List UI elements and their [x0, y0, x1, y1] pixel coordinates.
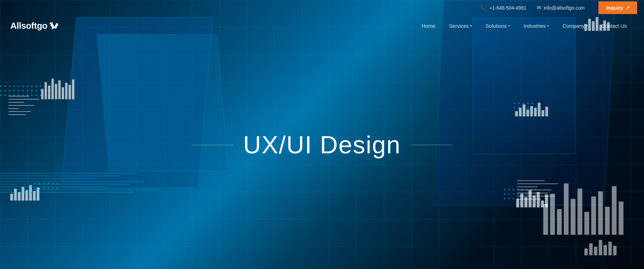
data-bar: [571, 199, 575, 235]
hlines-left: [9, 96, 39, 116]
data-bar: [538, 103, 540, 116]
h-line: [9, 108, 19, 109]
hlines-bottom: [0, 173, 158, 194]
h-line: [517, 193, 548, 193]
nav-chevron-icon: ▾: [508, 24, 510, 28]
h-line: [517, 180, 545, 181]
h-line: [9, 99, 39, 100]
data-bar: [62, 87, 64, 99]
nav-item-industries[interactable]: Industries▾: [517, 23, 556, 29]
dot: [0, 86, 1, 87]
data-bars-left2: [41, 79, 74, 99]
dot: [4, 90, 6, 91]
data-bar: [534, 108, 537, 116]
top-bar: 📞 +1-646-504-4981 ✉ info@allsoftgo.com I…: [0, 0, 644, 15]
h-line: [0, 181, 144, 182]
dot: [513, 193, 514, 195]
dot: [0, 94, 1, 96]
dot: [36, 90, 37, 91]
h-line: [9, 96, 29, 97]
data-bar: [523, 104, 525, 116]
dot: [504, 198, 505, 199]
h-line: [9, 111, 31, 112]
title-line-left: [192, 145, 233, 145]
hero-section: 📞 +1-646-504-4981 ✉ info@allsoftgo.com I…: [0, 0, 644, 269]
email-link[interactable]: ✉ info@allsoftgo.com: [537, 4, 585, 11]
data-bar: [591, 196, 596, 235]
data-bar: [619, 202, 623, 235]
h-line: [517, 187, 538, 187]
data-bar: [578, 189, 582, 235]
nav-item-services[interactable]: Services▾: [442, 23, 479, 29]
nav-bar: Allsoftgo 🐿 HomeServices▾Solutions▾Indus…: [0, 15, 644, 36]
nav-chevron-icon: ▾: [586, 24, 588, 28]
data-bar: [10, 194, 13, 201]
data-bar: [51, 79, 54, 99]
h-line: [0, 178, 96, 179]
nav-item-contact-us[interactable]: Contact Us: [595, 23, 634, 29]
nav-item-solutions[interactable]: Solutions▾: [479, 23, 517, 29]
data-bar: [41, 89, 44, 99]
dot: [504, 193, 505, 195]
dot: [508, 189, 510, 190]
h-line: [0, 189, 158, 190]
dot: [4, 86, 6, 87]
logo-text: Allsoftgo: [10, 21, 47, 31]
geo-shape-4: [473, 17, 575, 154]
data-bar: [557, 209, 562, 235]
data-bar: [564, 183, 569, 235]
dot: [36, 86, 37, 87]
dot: [13, 90, 15, 91]
data-bar: [545, 107, 548, 116]
h-line: [9, 114, 26, 115]
nav-item-company[interactable]: Company▾: [556, 23, 595, 29]
data-bar: [543, 204, 548, 235]
data-bar: [584, 248, 588, 255]
nav-item-home[interactable]: Home: [415, 23, 442, 29]
data-bar: [598, 191, 603, 235]
data-bar: [605, 207, 610, 235]
h-line: [517, 196, 555, 196]
dot: [22, 90, 24, 91]
email-address: info@allsoftgo.com: [544, 5, 585, 11]
h-line: [0, 187, 106, 187]
h-line: [0, 184, 130, 184]
data-bar: [519, 108, 522, 116]
data-bar: [515, 111, 518, 116]
phone-link[interactable]: 📞 +1-646-504-4981: [480, 4, 526, 11]
hlines-bottomright: [517, 180, 558, 201]
h-line: [9, 102, 24, 103]
data-bar: [589, 243, 593, 255]
data-bar: [526, 110, 529, 116]
data-bar: [613, 246, 617, 255]
dot: [0, 90, 1, 91]
data-bar: [604, 245, 607, 255]
hero-title: UX/UI Design: [243, 131, 401, 159]
data-bars-right: [515, 103, 548, 116]
data-bar: [45, 82, 47, 99]
inquiry-button[interactable]: Inquiry ↗: [598, 1, 637, 14]
h-line: [517, 199, 541, 200]
dot: [22, 86, 24, 87]
dot: [31, 90, 33, 91]
dot: [27, 86, 28, 87]
contact-info: 📞 +1-646-504-4981 ✉ info@allsoftgo.com: [480, 4, 585, 11]
dot: [508, 198, 510, 199]
h-line: [0, 176, 120, 176]
dot: [513, 189, 514, 190]
logo-icon: 🐿: [49, 20, 59, 31]
dot: [18, 86, 19, 87]
logo[interactable]: Allsoftgo 🐿: [10, 20, 59, 31]
data-bar: [608, 242, 612, 255]
nav-chevron-icon: ▾: [470, 24, 472, 28]
data-bar: [542, 110, 544, 116]
data-bar: [612, 186, 617, 235]
dot: [9, 86, 10, 87]
title-line-right: [411, 145, 452, 145]
external-link-icon: ↗: [626, 5, 630, 10]
dot: [508, 193, 510, 195]
geo-shape-2: [97, 34, 229, 171]
dot: [4, 94, 6, 96]
phone-number: +1-646-504-4981: [489, 5, 526, 11]
hero-content: UX/UI Design: [243, 131, 401, 159]
